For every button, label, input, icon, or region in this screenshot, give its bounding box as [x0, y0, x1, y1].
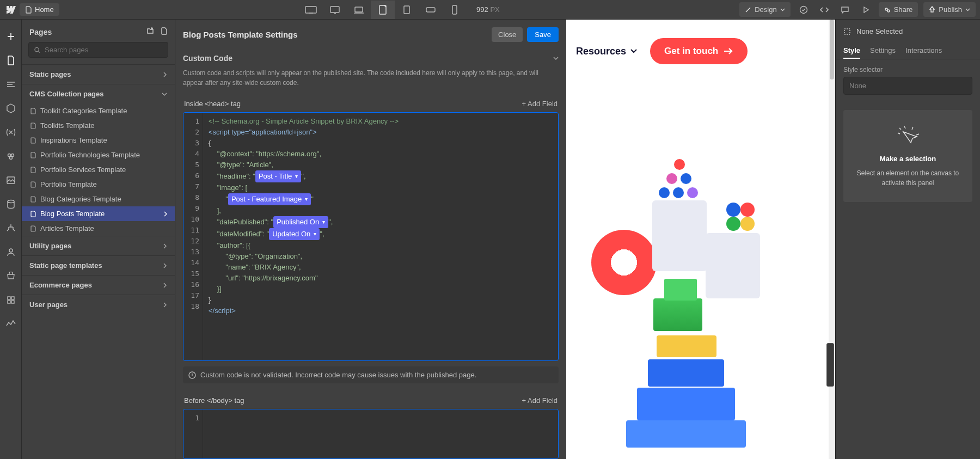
breakpoint-mobile-icon[interactable]: [443, 1, 467, 19]
svg-point-10: [800, 6, 807, 13]
topbar-center: 992 PX: [59, 1, 740, 19]
tab-style[interactable]: Style: [843, 43, 860, 59]
page-item[interactable]: Portfolio Technologies Template: [22, 148, 175, 162]
head-code-editor[interactable]: 123456789101112131415161718 <!-- Schema.…: [183, 112, 559, 361]
code-icon[interactable]: [817, 2, 832, 17]
svg-point-13: [8, 154, 10, 157]
page-item[interactable]: Portfolio Template: [22, 177, 175, 192]
play-icon[interactable]: [858, 2, 873, 17]
check-icon[interactable]: [796, 2, 811, 17]
dynamic-field-token-updated-on[interactable]: Updated On▾: [269, 228, 320, 240]
pages-group-utility[interactable]: Utility pages: [22, 236, 175, 255]
logic-icon[interactable]: [4, 221, 18, 235]
dynamic-field-token-post-image[interactable]: Post - Featured Image▾: [228, 193, 311, 205]
selection-indicator: None Selected: [836, 27, 980, 43]
preview-scrollbar[interactable]: [829, 20, 835, 459]
comment-icon[interactable]: [837, 2, 853, 17]
pages-search[interactable]: [28, 42, 168, 58]
pages-group-cms-label: CMS Collection pages: [29, 90, 104, 98]
styles-icon[interactable]: [4, 149, 18, 163]
dynamic-field-token-post-title[interactable]: Post - Title▾: [255, 170, 301, 182]
save-button[interactable]: Save: [527, 27, 559, 42]
topbar-right: Design Share Publish: [739, 2, 976, 17]
custom-code-description: Custom code and scripts will only appear…: [183, 68, 559, 95]
new-page-icon[interactable]: [161, 27, 167, 36]
close-button[interactable]: Close: [492, 27, 523, 42]
share-label: Share: [894, 5, 913, 14]
pages-search-input[interactable]: [45, 46, 162, 54]
new-folder-icon[interactable]: [146, 27, 154, 36]
pages-group-user[interactable]: User pages: [22, 295, 175, 314]
noselect-sub: Select an element on the canvas to activ…: [851, 168, 965, 188]
pages-icon[interactable]: [4, 53, 18, 68]
svg-rect-25: [844, 29, 850, 34]
home-label: Home: [35, 5, 54, 14]
page-settings-panel: Blog Posts Template Settings Close Save …: [175, 20, 566, 459]
design-label: Design: [755, 5, 776, 14]
share-button[interactable]: Share: [879, 2, 918, 17]
breakpoint-desktop-large-icon[interactable]: [299, 1, 323, 19]
head-code-label: Inside <head> tag: [184, 100, 241, 108]
svg-point-18: [9, 249, 13, 252]
code-validation-warning: Custom code is not validated. Incorrect …: [183, 366, 559, 383]
custom-code-header[interactable]: Custom Code: [183, 48, 559, 68]
svg-rect-2: [330, 7, 339, 13]
apps-icon[interactable]: [4, 293, 18, 307]
preview-illustration: [566, 20, 835, 459]
home-button[interactable]: Home: [20, 3, 59, 16]
design-mode-button[interactable]: Design: [739, 2, 790, 17]
canvas: Resources Get in touch: [566, 20, 835, 459]
pages-group-user-label: User pages: [29, 301, 68, 309]
panel-resize-handle[interactable]: [826, 343, 834, 387]
tab-settings[interactable]: Settings: [870, 43, 896, 59]
page-item[interactable]: Toolkit Categories Template: [22, 103, 175, 118]
cms-icon[interactable]: [4, 197, 18, 211]
ecommerce-icon[interactable]: [4, 269, 18, 283]
body-code-editor[interactable]: 1: [183, 409, 559, 459]
pages-group-ecom-label: Ecommerce pages: [29, 281, 92, 289]
code-content[interactable]: [203, 409, 558, 458]
page-item-selected[interactable]: Blog Posts Template: [22, 206, 175, 221]
breakpoint-mobile-landscape-icon[interactable]: [419, 1, 443, 19]
pages-group-cms[interactable]: CMS Collection pages: [22, 84, 175, 103]
breakpoint-desktop-icon[interactable]: [323, 1, 347, 19]
breakpoint-laptop-icon[interactable]: [347, 1, 371, 19]
page-item[interactable]: Inspirations Template: [22, 133, 175, 148]
users-icon[interactable]: [4, 245, 18, 259]
page-item-label: Portfolio Technologies Template: [40, 151, 140, 159]
page-item[interactable]: Articles Template: [22, 221, 175, 236]
svg-rect-7: [404, 6, 409, 14]
preview-frame[interactable]: Resources Get in touch: [566, 20, 835, 459]
code-content[interactable]: <!-- Schema.org - Simple Article Snippet…: [203, 113, 558, 360]
svg-point-15: [9, 157, 12, 160]
webflow-logo-icon[interactable]: [4, 4, 16, 16]
breakpoint-tablet-portrait-icon[interactable]: [395, 1, 419, 19]
variables-icon[interactable]: [4, 125, 18, 139]
pages-group-static[interactable]: Static pages: [22, 64, 175, 84]
style-selector-input[interactable]: None: [843, 77, 972, 95]
page-item-label: Articles Template: [40, 224, 94, 232]
svg-rect-20: [11, 297, 14, 299]
left-nav-rail: [0, 20, 22, 459]
pages-title: Pages: [29, 28, 52, 36]
pages-group-ecom[interactable]: Ecommerce pages: [22, 275, 175, 295]
add-field-button-head[interactable]: + Add Field: [522, 100, 558, 108]
pages-group-spt[interactable]: Static page templates: [22, 255, 175, 275]
add-field-button-body[interactable]: + Add Field: [522, 396, 558, 405]
dynamic-field-token-published-on[interactable]: Published On▾: [273, 216, 328, 228]
top-bar: Home 992 PX Design Share: [0, 0, 980, 20]
assets-icon[interactable]: [4, 173, 18, 187]
body-code-label-row: Before </body> tag + Add Field: [183, 392, 559, 409]
page-item[interactable]: Portfolio Services Template: [22, 162, 175, 177]
svg-rect-22: [11, 301, 14, 303]
page-item[interactable]: Blog Categories Template: [22, 192, 175, 206]
components-icon[interactable]: [4, 101, 18, 115]
lines-icon[interactable]: [4, 77, 18, 91]
page-item[interactable]: Toolkits Template: [22, 118, 175, 133]
page-item-label: Portfolio Services Template: [40, 166, 126, 174]
tab-interactions[interactable]: Interactions: [905, 43, 942, 59]
publish-button[interactable]: Publish: [923, 2, 976, 17]
breakpoint-tablet-icon[interactable]: [371, 1, 395, 19]
audit-icon[interactable]: [4, 317, 18, 331]
add-element-icon[interactable]: [4, 29, 18, 44]
